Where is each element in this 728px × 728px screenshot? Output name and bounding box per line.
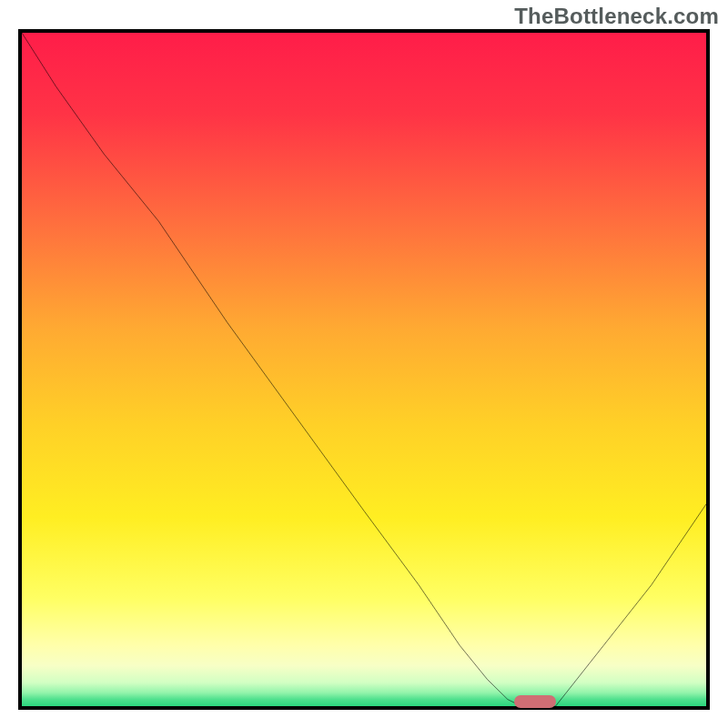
chart-stage: TheBottleneck.com [0, 0, 728, 728]
bottleneck-curve [22, 33, 706, 706]
plot-area [18, 29, 710, 710]
optimal-marker [514, 695, 556, 708]
watermark-text: TheBottleneck.com [514, 4, 719, 29]
